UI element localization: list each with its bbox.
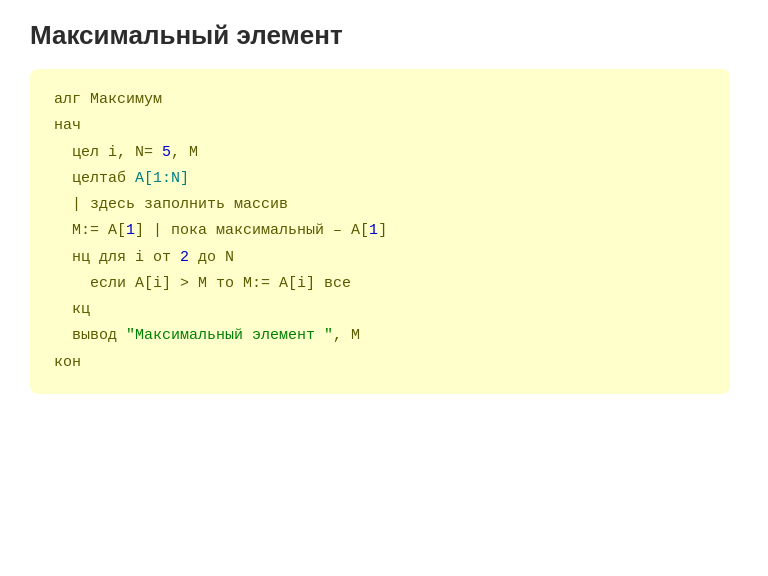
code-line-1: алг Максимум <box>54 87 706 113</box>
num-5: 5 <box>162 144 171 161</box>
page-title: Максимальный элемент <box>30 20 738 51</box>
kw-to-n: до N <box>189 249 234 266</box>
kw-i-n: i, N <box>99 144 144 161</box>
kw-nach: нач <box>54 117 81 134</box>
num-1a: 1 <box>126 222 135 239</box>
code-line-3: цел i, N= 5, M <box>54 140 706 166</box>
code-line-8: если А[i] > М то М:= А[i] все <box>54 271 706 297</box>
code-line-7: нц для i от 2 до N <box>54 245 706 271</box>
code-line-11: кон <box>54 350 706 376</box>
kw-kts: кц <box>72 301 90 318</box>
code-line-5: | здесь заполнить массив <box>54 192 706 218</box>
kw-esli: если А[i] > М то М:= А[i] все <box>90 275 351 292</box>
kw-tseltab: целтаб <box>72 170 126 187</box>
num-2: 2 <box>180 249 189 266</box>
code-line-6: М:= А[1] | пока максимальный – А[1] <box>54 218 706 244</box>
kw-vyvod: вывод <box>72 327 126 344</box>
kw-bracket1: ] <box>135 222 144 239</box>
kw-comma-m: , М <box>333 327 360 344</box>
num-1b: 1 <box>369 222 378 239</box>
code-line-10: вывод "Максимальный элемент ", М <box>54 323 706 349</box>
kw-tsel: цел <box>72 144 99 161</box>
kw-m: , M <box>171 144 198 161</box>
code-line-9: кц <box>54 297 706 323</box>
kw-alg: алг Максимум <box>54 91 162 108</box>
arr-a1n: А[1:N] <box>126 170 189 187</box>
kw-eq1: = <box>144 144 162 161</box>
kw-nts: нц для i от <box>72 249 180 266</box>
comment-bracket: ] <box>378 222 387 239</box>
kw-m-assign: М:= А[ <box>72 222 126 239</box>
code-line-4: целтаб А[1:N] <box>54 166 706 192</box>
str-max: "Максимальный элемент " <box>126 327 333 344</box>
kw-kon: кон <box>54 354 81 371</box>
comment-fill: | здесь заполнить массив <box>72 196 288 213</box>
code-line-2: нач <box>54 113 706 139</box>
code-block: алг Максимум нач цел i, N= 5, M целтаб А… <box>30 69 730 394</box>
comment-max: | пока максимальный – А[ <box>144 222 369 239</box>
